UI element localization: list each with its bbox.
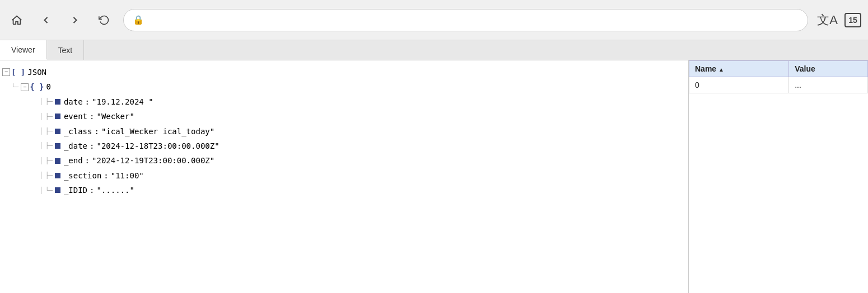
back-button[interactable] (36, 10, 56, 30)
address-bar: 🔒 jsonviewer.stack.hu (123, 9, 808, 31)
colon-event: : (90, 110, 94, 122)
vline-_date: │ (39, 141, 43, 151)
lock-icon: 🔒 (133, 15, 144, 25)
connector-date: ├─ (45, 97, 53, 107)
connector-_idid: └─ (45, 186, 53, 196)
key-_section: _section (64, 169, 101, 182)
translate-icon[interactable]: 文A (817, 12, 838, 29)
object-icon-0: { } (30, 81, 44, 93)
key-date: date (64, 96, 83, 108)
table-row[interactable]: 0 ... (689, 77, 868, 93)
connector-class: ├─ (45, 126, 53, 136)
forward-button[interactable] (65, 10, 85, 30)
connector-_section: ├─ (45, 171, 53, 181)
cell-name-0: 0 (689, 77, 789, 93)
tree-row-class[interactable]: │ ├─ _class : "ical_Wecker ical_today" (0, 124, 688, 139)
key-_end: _end (64, 154, 83, 167)
root-label: JSON (27, 66, 46, 78)
connector-_end: ├─ (45, 156, 53, 166)
tree-row-_idid[interactable]: │ └─ _IDID : "......" (0, 183, 688, 197)
browser-chrome: 🔒 jsonviewer.stack.hu 文A 15 (0, 0, 868, 40)
vline-date: │ (39, 97, 43, 107)
collapse-root[interactable]: − (2, 68, 10, 76)
tree-row-event[interactable]: │ ├─ event : "Wecker" (0, 109, 688, 124)
colon-_date: : (90, 140, 94, 152)
colon-_idid: : (90, 184, 94, 196)
value-event: "Wecker" (96, 110, 134, 122)
vline-_section: │ (39, 171, 43, 181)
vline-_end: │ (39, 156, 43, 166)
value-_section: "11:00" (111, 169, 144, 182)
field-icon-_idid (55, 187, 60, 193)
field-icon-_end (55, 158, 60, 164)
value-_idid: "......" (96, 184, 134, 196)
tree-row-date[interactable]: │ ├─ date : "19.12.2024 " (0, 94, 688, 109)
tree-row-_date[interactable]: │ ├─ _date : "2024-12-18T23:00:00.000Z" (0, 139, 688, 153)
colon-class: : (94, 125, 99, 138)
value-date: "19.12.2024 " (92, 96, 153, 108)
item-0-key: 0 (46, 81, 51, 93)
properties-table: Name Value 0 ... (689, 60, 868, 93)
tree-row-_section[interactable]: │ ├─ _section : "11:00" (0, 168, 688, 183)
key-event: event (64, 110, 87, 122)
key-_idid: _IDID (64, 184, 87, 196)
collapse-0[interactable]: − (21, 83, 29, 91)
field-icon-date (55, 99, 60, 105)
value-class: "ical_Wecker ical_today" (101, 125, 214, 138)
reload-button[interactable] (94, 10, 114, 30)
vline-event: │ (39, 112, 43, 122)
field-icon-class (55, 129, 60, 134)
field-icon-_date (55, 143, 60, 149)
connector-_date: ├─ (45, 141, 53, 151)
colon-_section: : (104, 169, 108, 182)
field-icon-event (55, 114, 60, 119)
url-input[interactable]: jsonviewer.stack.hu (148, 15, 799, 25)
value-_date: "2024-12-18T23:00:00.000Z" (96, 140, 219, 152)
home-button[interactable] (7, 10, 27, 30)
right-panel: Name Value 0 ... (689, 60, 868, 293)
tab-viewer[interactable]: Viewer (0, 40, 47, 60)
colon-_end: : (85, 154, 90, 167)
tree-row-_end[interactable]: │ ├─ _end : "2024-12-19T23:00:00.000Z" (0, 153, 688, 168)
vline-class: │ (39, 126, 43, 136)
colon-date: : (85, 96, 90, 108)
array-open-icon: [ ] (11, 66, 25, 78)
tab-count[interactable]: 15 (844, 13, 861, 27)
cell-value-0: ... (789, 77, 868, 93)
connector-event: ├─ (45, 112, 53, 122)
main-content: − [ ] JSON └─ − { } 0 │ ├─ date : "19.12… (0, 60, 868, 293)
tree-row-root[interactable]: − [ ] JSON (0, 65, 688, 79)
key-_date: _date (64, 140, 87, 152)
column-value[interactable]: Value (789, 61, 868, 77)
key-class: _class (64, 125, 92, 138)
value-_end: "2024-12-19T23:00:00.000Z" (92, 154, 214, 167)
tree-connector-0: └─ (11, 82, 18, 92)
json-tree-panel: − [ ] JSON └─ − { } 0 │ ├─ date : "19.12… (0, 60, 689, 293)
vline-_idid: │ (39, 186, 43, 196)
tree-row-0[interactable]: └─ − { } 0 (0, 79, 688, 94)
tab-text[interactable]: Text (47, 40, 85, 60)
browser-actions: 文A 15 (817, 12, 861, 29)
column-name[interactable]: Name (689, 61, 789, 77)
tab-bar: Viewer Text (0, 40, 868, 60)
field-icon-_section (55, 173, 60, 178)
